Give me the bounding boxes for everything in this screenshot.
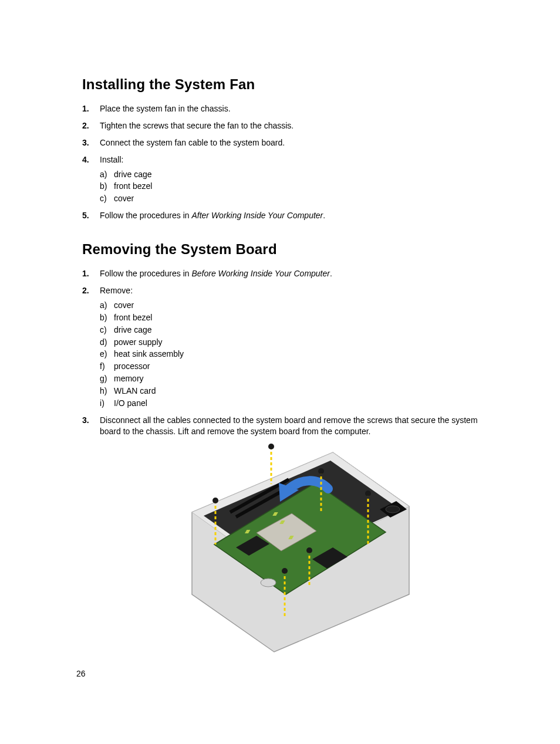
step-text-pre: Follow the procedures in [100, 211, 191, 220]
substep-item: processor [100, 361, 484, 372]
substeps-list: cover front bezel drive cage power suppl… [100, 300, 484, 409]
substep-text: cover [114, 300, 134, 310]
svg-point-28 [386, 506, 400, 513]
step-item: Tighten the screws that secure the fan t… [82, 120, 484, 131]
svg-point-26 [282, 568, 288, 574]
step-text-post: . [330, 269, 332, 278]
substep-item: cover [100, 193, 484, 204]
substep-item: memory [100, 373, 484, 384]
step-text-pre: Follow the procedures in [100, 269, 191, 278]
figure-container [100, 442, 484, 653]
system-board-illustration [168, 442, 415, 653]
substep-text: WLAN card [114, 386, 156, 395]
step-item: Disconnect all the cables connected to t… [82, 415, 484, 653]
svg-point-23 [212, 498, 218, 503]
substep-text: front bezel [114, 313, 152, 322]
svg-point-22 [318, 468, 324, 474]
step-text: Tighten the screws that secure the fan t… [100, 121, 294, 130]
substep-text: memory [114, 374, 144, 383]
step-text-em: Before Working Inside Your Computer [191, 269, 330, 278]
section-heading-install-fan: Installing the System Fan [82, 76, 484, 93]
substep-text: heat sink assembly [114, 349, 184, 359]
step-item: Remove: cover front bezel drive cage pow… [82, 285, 484, 409]
step-text: Connect the system fan cable to the syst… [100, 138, 285, 147]
step-item: Follow the procedures in Before Working … [82, 268, 484, 279]
step-item: Connect the system fan cable to the syst… [82, 137, 484, 148]
step-text: Disconnect all the cables connected to t… [100, 415, 478, 436]
substeps-list: drive cage front bezel cover [100, 169, 484, 205]
substep-item: drive cage [100, 324, 484, 336]
substep-item: cover [100, 300, 484, 311]
step-text: Place the system fan in the chassis. [100, 104, 231, 113]
substep-text: drive cage [114, 170, 152, 179]
step-item: Follow the procedures in After Working I… [82, 210, 484, 221]
substep-item: I/O panel [100, 398, 484, 409]
substep-text: I/O panel [114, 398, 147, 408]
substep-text: drive cage [114, 325, 152, 334]
page-number: 26 [76, 669, 86, 678]
substep-text: power supply [114, 337, 163, 347]
document-page: Installing the System Fan Place the syst… [0, 0, 560, 744]
substep-item: heat sink assembly [100, 349, 484, 360]
section-heading-remove-board: Removing the System Board [82, 241, 484, 258]
substep-item: front bezel [100, 312, 484, 323]
steps-list-remove-board: Follow the procedures in Before Working … [82, 268, 484, 653]
svg-point-21 [268, 444, 274, 449]
step-item: Install: drive cage front bezel cover [82, 154, 484, 205]
step-item: Place the system fan in the chassis. [82, 103, 484, 114]
step-text: Install: [100, 155, 123, 164]
step-text-post: . [323, 211, 325, 220]
step-text-em: After Working Inside Your Computer [191, 211, 323, 220]
substep-text: cover [114, 194, 134, 203]
step-text: Remove: [100, 286, 133, 295]
substep-text: front bezel [114, 181, 152, 191]
svg-point-24 [365, 491, 371, 496]
substep-item: power supply [100, 337, 484, 348]
substep-item: front bezel [100, 181, 484, 192]
substep-item: drive cage [100, 169, 484, 180]
steps-list-install-fan: Place the system fan in the chassis. Tig… [82, 103, 484, 221]
svg-point-9 [261, 579, 276, 587]
substep-item: WLAN card [100, 385, 484, 397]
svg-point-25 [306, 547, 312, 553]
substep-text: processor [114, 361, 150, 371]
